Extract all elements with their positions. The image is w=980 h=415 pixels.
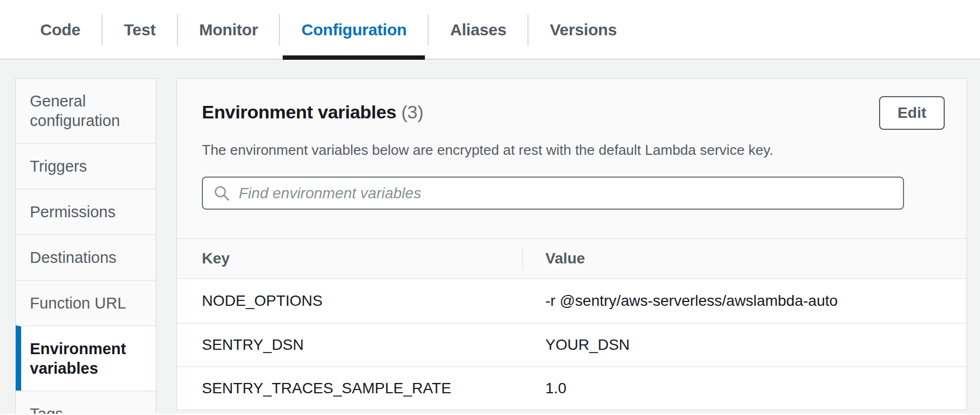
function-tab-bar: Code Test Monitor Configuration Aliases … <box>0 0 980 60</box>
search-box <box>202 177 904 210</box>
environment-variables-panel: Environment variables (3) Edit The envir… <box>176 78 967 410</box>
env-var-value: -r @sentry/aws-serverless/awslambda-auto <box>522 292 966 310</box>
table-row: NODE_OPTIONS -r @sentry/aws-serverless/a… <box>177 279 966 323</box>
tab-aliases[interactable]: Aliases <box>428 0 528 60</box>
tab-label: Monitor <box>199 21 258 39</box>
sidebar-item-destinations[interactable]: Destinations <box>16 234 156 280</box>
tab-configuration[interactable]: Configuration <box>279 0 428 60</box>
sidebar-item-triggers[interactable]: Triggers <box>16 143 156 188</box>
table-header-row: Key Value <box>177 238 966 279</box>
tab-monitor[interactable]: Monitor <box>177 0 280 60</box>
tab-label: Test <box>124 21 156 39</box>
env-var-key: SENTRY_DSN <box>202 336 522 354</box>
sidebar-item-permissions[interactable]: Permissions <box>16 188 156 234</box>
env-var-value: 1.0 <box>522 380 966 397</box>
tab-versions[interactable]: Versions <box>528 0 638 60</box>
table-row: SENTRY_DSN YOUR_DSN <box>177 323 966 366</box>
sidebar-item-tags[interactable]: Tags <box>16 391 156 414</box>
env-var-value: YOUR_DSN <box>522 336 966 354</box>
panel-title: Environment variables (3) <box>202 100 423 123</box>
panel-count: (3) <box>402 102 424 122</box>
column-header-key: Key <box>202 250 522 267</box>
tab-label: Aliases <box>450 21 506 39</box>
table-row: SENTRY_TRACES_SAMPLE_RATE 1.0 <box>177 366 966 410</box>
tab-test[interactable]: Test <box>102 0 177 60</box>
configuration-page: General configuration Triggers Permissio… <box>0 60 980 414</box>
env-var-key: SENTRY_TRACES_SAMPLE_RATE <box>202 380 522 397</box>
sidebar-item-function-url[interactable]: Function URL <box>16 280 156 325</box>
config-sidebar: General configuration Triggers Permissio… <box>15 78 156 414</box>
tab-label: Configuration <box>301 21 406 39</box>
tab-code[interactable]: Code <box>18 0 102 60</box>
panel-header: Environment variables (3) Edit The envir… <box>177 79 966 238</box>
sidebar-item-environment-variables[interactable]: Environment variables <box>16 325 156 391</box>
column-header-value: Value <box>522 250 966 267</box>
sidebar-item-general-configuration[interactable]: General configuration <box>16 79 156 143</box>
tab-label: Code <box>40 21 80 39</box>
search-input[interactable] <box>239 185 892 202</box>
env-var-key: NODE_OPTIONS <box>202 292 522 310</box>
search-icon <box>214 185 230 202</box>
panel-description: The environment variables below are encr… <box>202 141 945 159</box>
tab-label: Versions <box>550 21 616 39</box>
edit-button[interactable]: Edit <box>879 96 945 130</box>
panel-title-text: Environment variables <box>202 102 396 122</box>
